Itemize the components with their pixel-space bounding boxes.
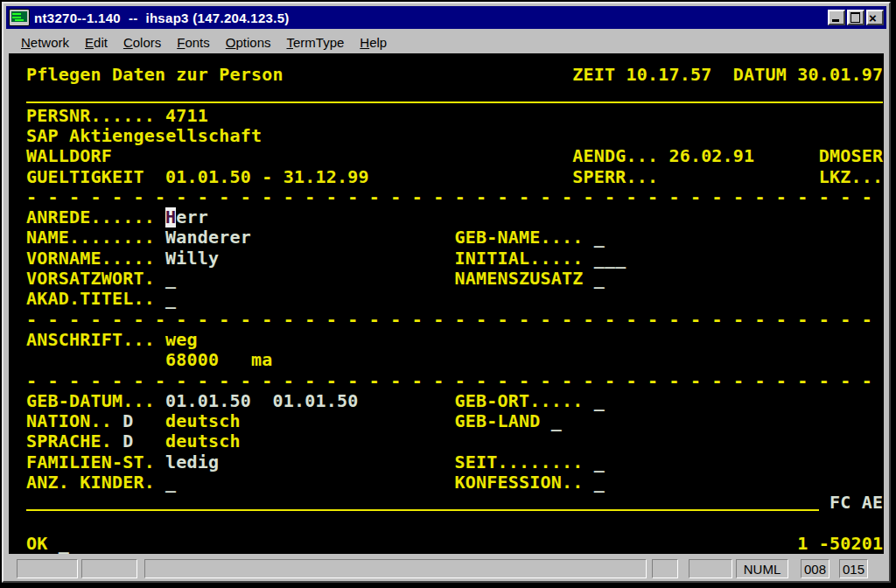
terminal-row bbox=[9, 514, 884, 534]
terminal-input-field[interactable]: _ bbox=[551, 411, 562, 431]
terminal-input-field[interactable]: _ bbox=[165, 289, 176, 309]
terminal-text: VORSATZWORT. bbox=[26, 269, 155, 289]
terminal-row: FC AE bbox=[9, 493, 884, 513]
terminal-text: VORNAME..... bbox=[26, 248, 155, 269]
terminal-input-field[interactable]: _ bbox=[594, 472, 605, 493]
menu-item-termtype[interactable]: TermType bbox=[278, 33, 352, 52]
terminal-screen[interactable]: Pflegen Daten zur PersonZEIT 10.17.57 DA… bbox=[9, 53, 884, 554]
app-window: nt3270--1.140 -- ihsap3 (147.204.123.5) … bbox=[2, 2, 891, 583]
terminal-input-field[interactable]: 01.01.50 - 31.12.99 bbox=[165, 167, 369, 187]
terminal-text: SPERR... bbox=[572, 167, 658, 187]
terminal-text: NATION.. bbox=[26, 411, 112, 431]
terminal-input-field[interactable]: ledig bbox=[165, 452, 219, 472]
terminal-input-field[interactable]: _ bbox=[594, 228, 605, 248]
terminal-text: Pflegen Daten zur Person bbox=[26, 65, 284, 85]
terminal-row: GEB-DATUM...01.01.50 01.01.50GEB-ORT....… bbox=[9, 391, 884, 411]
close-button[interactable]: × bbox=[866, 10, 884, 25]
terminal-input-field[interactable]: _ bbox=[594, 452, 605, 472]
menu-item-help[interactable]: Help bbox=[352, 33, 395, 52]
terminal-text: GEB-NAME.... bbox=[455, 228, 584, 248]
close-icon: × bbox=[869, 10, 877, 26]
status-panel bbox=[689, 559, 732, 578]
terminal-row: VORNAME.....WillyINITIAL.....___ bbox=[9, 248, 884, 269]
terminal-text: GEB-LAND bbox=[455, 411, 541, 431]
menu-item-network[interactable]: Network bbox=[13, 33, 77, 52]
terminal-row bbox=[9, 85, 884, 105]
terminal-text: NAMENSZUSATZ bbox=[455, 269, 584, 289]
terminal-row: AKAD.TITEL.._ bbox=[9, 289, 884, 309]
minimize-icon bbox=[832, 19, 839, 22]
terminal-text: - - - - - - - - - - - - - - - - - - - - … bbox=[26, 187, 883, 207]
menu-item-edit[interactable]: Edit bbox=[77, 33, 116, 52]
terminal-input-field[interactable]: weg bbox=[165, 330, 198, 350]
terminal-text: FC AE bbox=[830, 493, 883, 513]
status-bar: NUML008015 bbox=[6, 556, 886, 582]
terminal-row: ANZ. KINDER._KONFESSION.._ bbox=[9, 472, 884, 493]
terminal-input-field[interactable]: 01.01.50 01.01.50 bbox=[165, 391, 358, 411]
terminal-input-field[interactable]: ___ bbox=[594, 248, 626, 269]
terminal-text: deutsch bbox=[165, 431, 241, 452]
terminal-input-field[interactable]: _ bbox=[594, 269, 605, 289]
terminal-input-field[interactable]: 4711 bbox=[165, 106, 208, 126]
terminal-row: WALLDORFAENDG... 26.02.91DMOSER bbox=[9, 146, 884, 166]
terminal-text: ZEIT 10.17.57 DATUM 30.01.97 bbox=[572, 65, 883, 85]
terminal-text: GEB-DATUM... bbox=[26, 391, 155, 411]
terminal-text: DMOSER bbox=[819, 146, 883, 166]
terminal-row: SAP Aktiengesellschaft bbox=[9, 126, 884, 146]
maximize-icon bbox=[850, 12, 860, 23]
terminal-input-field[interactable]: 68000 ma bbox=[165, 350, 272, 370]
terminal-text: ANSCHRIFT... bbox=[26, 330, 155, 350]
minimize-button[interactable] bbox=[828, 10, 845, 25]
terminal-input-field[interactable]: err bbox=[176, 207, 208, 228]
terminal-row: OK_1 -50201 bbox=[9, 534, 884, 554]
status-panel bbox=[652, 559, 678, 578]
terminal-text: GUELTIGKEIT bbox=[26, 167, 144, 187]
terminal-input-field[interactable]: D bbox=[122, 431, 133, 452]
terminal-row: ANREDE......Herr bbox=[9, 207, 884, 228]
terminal-input-field[interactable]: Wanderer bbox=[165, 228, 251, 248]
menu-item-options[interactable]: Options bbox=[218, 33, 279, 52]
terminal-input-field[interactable]: D bbox=[122, 411, 133, 431]
terminal-row: FAMILIEN-ST.ledigSEIT........_ bbox=[9, 452, 884, 472]
terminal-input-field[interactable]: Willy bbox=[165, 248, 219, 269]
terminal-input-field[interactable]: _ bbox=[594, 391, 605, 411]
status-panel bbox=[17, 559, 78, 578]
terminal-row: PERSNR......4711 bbox=[9, 106, 884, 126]
terminal-text: - - - - - - - - - - - - - - - - - - - - … bbox=[26, 371, 883, 391]
terminal-text: SAP Aktiengesellschaft bbox=[26, 126, 262, 146]
terminal-app-icon[interactable] bbox=[9, 9, 30, 26]
terminal-text: LKZ... bbox=[819, 167, 883, 187]
separator-line bbox=[26, 102, 883, 103]
maximize-button[interactable] bbox=[847, 10, 864, 25]
terminal-text: PERSNR...... bbox=[26, 106, 155, 126]
terminal-row: VORSATZWORT._NAMENSZUSATZ_ bbox=[9, 269, 884, 289]
status-panel bbox=[81, 559, 137, 578]
terminal-row: NATION..DdeutschGEB-LAND_ bbox=[9, 411, 884, 431]
terminal-text: NAME........ bbox=[26, 228, 155, 248]
terminal-text: 1 -50201 bbox=[797, 534, 883, 554]
terminal-row: 68000 ma bbox=[9, 350, 884, 370]
terminal-input-field[interactable]: _ bbox=[165, 472, 176, 493]
menu-item-colors[interactable]: Colors bbox=[116, 33, 169, 52]
terminal-row: NAME........WandererGEB-NAME...._ bbox=[9, 228, 884, 248]
terminal-text: OK bbox=[26, 534, 47, 554]
terminal-text: WALLDORF bbox=[26, 146, 112, 166]
window-title: nt3270--1.140 -- ihsap3 (147.204.123.5) bbox=[34, 10, 828, 25]
menu-item-fonts[interactable]: Fonts bbox=[169, 33, 218, 52]
terminal-text: FAMILIEN-ST. bbox=[26, 452, 155, 472]
terminal-text: SPRACHE. bbox=[26, 431, 112, 452]
numlock-indicator: NUML bbox=[736, 559, 788, 578]
title-bar[interactable]: nt3270--1.140 -- ihsap3 (147.204.123.5) … bbox=[6, 6, 886, 29]
terminal-row: GUELTIGKEIT01.01.50 - 31.12.99SPERR...LK… bbox=[9, 167, 884, 187]
terminal-text: AENDG... 26.02.91 bbox=[572, 146, 754, 166]
terminal-input-field[interactable]: _ bbox=[165, 269, 176, 289]
terminal-text: - - - - - - - - - - - - - - - - - - - - … bbox=[26, 310, 883, 330]
terminal-row: - - - - - - - - - - - - - - - - - - - - … bbox=[9, 187, 884, 207]
terminal-text: ANREDE...... bbox=[26, 207, 155, 228]
terminal-text: ANZ. KINDER. bbox=[26, 472, 155, 493]
terminal-input-field[interactable]: _ bbox=[59, 534, 69, 554]
terminal-cursor[interactable]: H bbox=[165, 207, 176, 228]
terminal-text: KONFESSION.. bbox=[455, 472, 584, 493]
terminal-text: AKAD.TITEL.. bbox=[26, 289, 155, 309]
terminal-row: SPRACHE.Ddeutsch bbox=[9, 431, 884, 452]
